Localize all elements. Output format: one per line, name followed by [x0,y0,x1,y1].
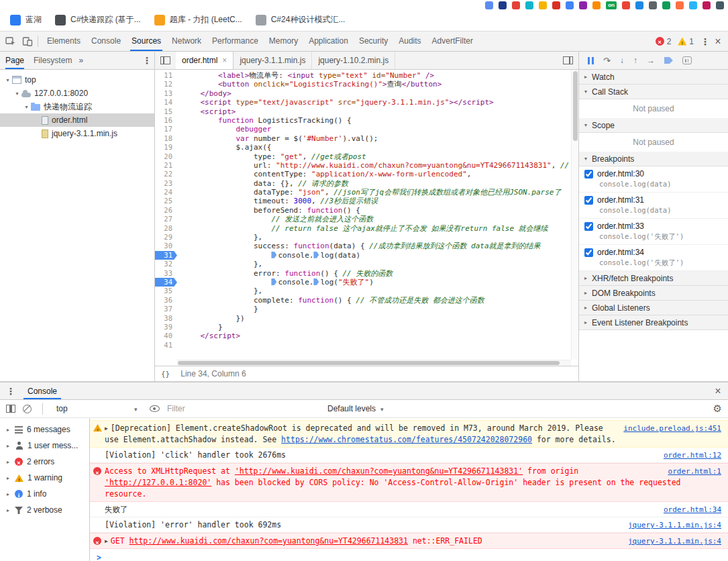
line-number[interactable]: 38 [155,314,177,323]
bookmark-item[interactable]: 蓝湖 [5,12,46,28]
tab-memory[interactable]: Memory [264,32,303,51]
breakpoint-checkbox[interactable] [584,248,593,257]
line-number[interactable]: 18 [155,134,177,143]
inline-breakpoint-icon[interactable] [271,278,276,285]
tree-item[interactable]: order.html [0,113,154,127]
code-line[interactable]: 22 contentType: "application/x-www-form-… [155,170,571,178]
step-into-icon[interactable] [620,56,624,65]
breakpoint-entry[interactable]: order.html:30console.log(data) [579,166,728,193]
extension-icon[interactable] [716,1,724,9]
code-line[interactable]: 36 complete: function() { // 不管成功还是失败 都会… [155,296,571,305]
editor-tab[interactable]: order.html [176,52,233,69]
close-devtools-icon[interactable] [714,36,722,48]
inline-breakpoint-icon[interactable] [271,252,276,258]
line-number[interactable]: 25 [155,197,177,205]
warning-badge[interactable]: 1 [678,37,694,46]
extension-icon[interactable] [525,1,533,9]
line-number[interactable]: 19 [155,143,177,152]
line-number[interactable]: 37 [155,305,177,313]
pause-script-icon[interactable] [588,57,594,64]
message-source-link[interactable]: include.preload.js:451 [623,423,721,434]
section-watch[interactable]: ▸Watch [579,70,728,85]
extension-icon[interactable] [512,1,520,9]
code-line[interactable]: 28 // return false 这个ajax就停止了不会发 如果没有ret… [155,224,571,233]
horizontal-scrollbar[interactable] [177,360,571,366]
extension-icon[interactable] [552,1,560,9]
line-number[interactable]: 16 [155,116,177,125]
code-line[interactable]: 29 }, [155,233,571,242]
error-badge[interactable]: 2 [656,37,672,46]
line-number[interactable]: 36 [155,296,177,305]
console-sidebar-item[interactable]: ▸2 errors [0,454,89,470]
code-line[interactable]: 40 </script> [155,332,571,340]
code-line[interactable]: 16 function LogisticsTracking() { [155,116,571,125]
extension-icon[interactable] [485,1,493,9]
tree-item[interactable]: jquery-3.1.1.min.js [0,127,154,140]
bookmark-item[interactable]: C#快递跟踪 (基于... [50,12,146,28]
console-sidebar-item[interactable]: ▸1 warning [0,470,89,486]
section-global-listeners[interactable]: ▸Global Listeners [579,301,728,315]
editor-tab[interactable]: jquery-3.1.1.min.js [233,52,312,69]
line-number[interactable]: 24 [155,188,177,197]
code-line[interactable]: 32 }, [155,260,571,268]
line-number[interactable]: 41 [155,341,177,350]
bookmark-item[interactable]: C#24种设计模式汇... [251,12,350,28]
code-line[interactable]: 39 } [155,323,571,332]
code-line[interactable]: 14 <script type="text/javascript" src="j… [155,98,571,107]
line-number[interactable]: 20 [155,152,177,161]
filter-input[interactable] [167,404,320,413]
code-line[interactable]: 11 <label>物流单号: <input type="text" id="N… [155,71,571,80]
code-line[interactable]: 17 debugger [155,125,571,134]
expand-arrow-icon[interactable]: ▶ [105,536,108,547]
code-line[interactable]: 24 dataType: "json", //json写了jq会帮我们转换成数组… [155,188,571,197]
bookmark-item[interactable]: 题库 - 力扣 (LeetC... [150,12,247,28]
device-toolbar-icon[interactable] [22,36,33,47]
message-url-link[interactable]: https://www.chromestatus.com/features/45… [281,435,532,444]
code-line[interactable]: 41 [155,341,571,350]
code-line[interactable]: 37 } [155,305,571,313]
code-line[interactable]: 31 console.log(data) [155,251,571,260]
section-scope[interactable]: ▾Scope [579,118,728,133]
line-number[interactable]: 17 [155,125,177,134]
close-tab-icon[interactable] [222,56,227,65]
inline-breakpoint-icon[interactable] [313,278,319,285]
code-line[interactable]: 19 $.ajax({ [155,143,571,152]
message-source-link[interactable]: order.html:34 [664,504,721,515]
extension-icon[interactable] [689,1,697,9]
code-line[interactable]: 38 }) [155,314,571,323]
tree-item[interactable]: ▾快递物流追踪 [0,100,154,113]
line-number[interactable]: 11 [155,71,177,80]
default-levels-dropdown[interactable]: Default levels [327,404,386,413]
extension-icon[interactable] [635,1,643,9]
tab-elements[interactable]: Elements [42,32,86,51]
breakpoint-checkbox[interactable] [584,196,593,205]
code-line[interactable]: 34 console.log("失败了") [155,278,571,287]
inline-breakpoint-icon[interactable] [313,252,319,258]
section-event-listener-breakpoints[interactable]: ▸Event Listener Breakpoints [579,315,728,330]
line-number[interactable]: 15 [155,107,177,116]
chevron-expanded-icon[interactable]: ▾ [4,77,11,83]
code-line[interactable]: 18 var number = $('#Number').val(); [155,134,571,143]
section-dom-breakpoints[interactable]: ▸DOM Breakpoints [579,286,728,301]
code-line[interactable]: 27 // 发送之前就会进入这个函数 [155,215,571,223]
extension-icon[interactable] [676,1,684,9]
breakpoint-line-number[interactable]: 31 [155,251,177,260]
tab-sources[interactable]: Sources [126,32,166,51]
console-settings-gear-icon[interactable] [713,403,722,415]
breakpoint-checkbox[interactable] [584,222,593,231]
code-line[interactable]: 25 timeout: 3000, //3秒后提示错误 [155,197,571,205]
tab-application[interactable]: Application [303,32,354,51]
section-breakpoints[interactable]: ▾Breakpoints [579,152,728,166]
code-line[interactable]: 35 }, [155,287,571,295]
section-call-stack[interactable]: ▾Call Stack [579,85,728,99]
pause-on-exceptions-icon[interactable] [682,56,692,64]
toggle-debugger-icon[interactable] [563,56,573,64]
line-number[interactable]: 39 [155,323,177,332]
code-line[interactable]: 23 data: {}, // 请求的参数 [155,179,571,188]
chevron-expanded-icon[interactable]: ▾ [13,91,21,97]
live-expression-eye-icon[interactable] [150,405,160,412]
pretty-print-button[interactable]: {} [161,370,170,378]
section-xhr-fetch-breakpoints[interactable]: ▸XHR/fetch Breakpoints [579,271,728,286]
tree-item[interactable]: ▾top [0,73,154,87]
tab-security[interactable]: Security [354,32,393,51]
